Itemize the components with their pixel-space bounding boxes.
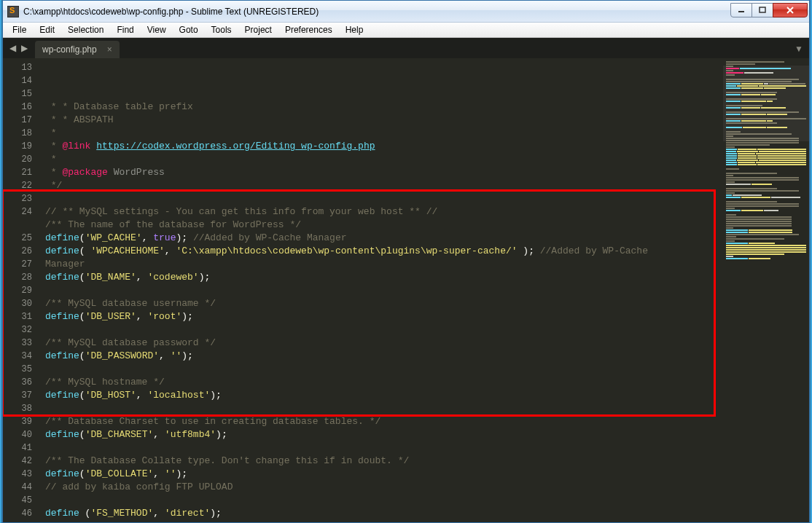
minimap-line xyxy=(726,177,806,178)
minimap-line xyxy=(726,162,806,163)
menu-selection[interactable]: Selection xyxy=(61,23,110,36)
tab-active[interactable]: wp-config.php × xyxy=(35,41,120,58)
minimap-line xyxy=(726,223,806,224)
code-line[interactable]: // ** MySQL settings - You can get this … xyxy=(45,205,723,219)
code-line[interactable] xyxy=(45,323,723,337)
tab-nav-back[interactable]: ◀ xyxy=(7,43,17,53)
code-line[interactable] xyxy=(45,192,723,205)
code-line[interactable]: define( 'WPCACHEHOME', 'C:\xampp\htdocs\… xyxy=(45,245,723,258)
menu-file[interactable]: File xyxy=(6,23,33,36)
code-line[interactable]: * @link https://codex.wordpress.org/Edit… xyxy=(45,140,723,153)
code-line[interactable]: define('DB_CHARSET', 'utf8mb4'); xyxy=(45,428,723,441)
minimap-line xyxy=(726,199,806,200)
code-line[interactable] xyxy=(45,284,723,297)
menu-project[interactable]: Project xyxy=(238,23,278,36)
code-line[interactable]: * * ABSPATH xyxy=(45,114,723,127)
menu-edit[interactable]: Edit xyxy=(33,23,61,36)
line-number: 37 xyxy=(3,389,32,402)
code-line[interactable]: /** MySQL hostname */ xyxy=(45,376,723,389)
line-number: 19 xyxy=(3,140,32,153)
code-line[interactable]: /** Database Charset to use in creating … xyxy=(45,415,723,428)
code-line[interactable] xyxy=(45,494,723,507)
minimap-line xyxy=(726,208,806,209)
menu-preferences[interactable]: Preferences xyxy=(278,23,339,36)
minimap-line xyxy=(726,232,806,233)
minimap-line xyxy=(726,214,806,216)
code-line[interactable] xyxy=(45,363,723,376)
line-number: 41 xyxy=(3,441,32,455)
minimap-line xyxy=(726,166,806,168)
line-number: 40 xyxy=(3,428,32,441)
code-line[interactable]: * * Database table prefix xyxy=(45,101,723,114)
line-number: 36 xyxy=(3,376,32,389)
tab-label: wp-config.php xyxy=(42,44,97,55)
minimap-line xyxy=(726,245,806,246)
line-number: 20 xyxy=(3,153,32,166)
code-line[interactable]: define('WP_CACHE', true); //Added by WP-… xyxy=(45,232,723,245)
window-title: C:\xampp\htdocs\codeweb\wp-config.php - … xyxy=(23,7,731,17)
minimap-line xyxy=(726,190,806,192)
minimap-line xyxy=(726,144,806,146)
line-number: 45 xyxy=(3,494,32,507)
menu-help[interactable]: Help xyxy=(339,23,370,36)
menu-goto[interactable]: Goto xyxy=(173,23,205,36)
code-line[interactable]: define('DB_PASSWORD', ''); xyxy=(45,350,723,363)
code-line[interactable]: define('DB_NAME', 'codeweb'); xyxy=(45,271,723,284)
minimap-line xyxy=(726,205,806,207)
minimize-button[interactable] xyxy=(730,3,752,17)
code-line[interactable]: /** The name of the database for WordPre… xyxy=(45,219,723,232)
tab-nav-forward[interactable]: ▶ xyxy=(19,43,29,53)
code-line[interactable]: */ xyxy=(45,179,723,192)
code-line[interactable]: define('DB_USER', 'root'); xyxy=(45,310,723,323)
minimap-line xyxy=(726,192,806,194)
line-number: 34 xyxy=(3,350,32,363)
code-line[interactable]: * xyxy=(45,153,723,166)
minimap-line xyxy=(726,181,806,183)
code-line[interactable]: define ('FS_METHOD', 'direct'); xyxy=(45,507,723,520)
line-number: 24 xyxy=(3,205,32,219)
minimap-line xyxy=(726,243,806,244)
maximize-button[interactable] xyxy=(752,3,773,17)
close-button[interactable] xyxy=(773,3,808,17)
code-line[interactable]: /** MySQL database password */ xyxy=(45,337,723,350)
code-line[interactable]: * @package WordPress xyxy=(45,166,723,179)
minimap-line xyxy=(726,61,806,63)
code-line[interactable]: /** The Database Collate type. Don't cha… xyxy=(45,455,723,468)
code-line[interactable]: /** MySQL database username */ xyxy=(45,297,723,310)
editor[interactable]: 1314151617181920212223242526272829303132… xyxy=(3,58,723,522)
code-line[interactable] xyxy=(45,441,723,455)
minimap-line xyxy=(726,221,806,222)
tab-close-icon[interactable]: × xyxy=(107,44,112,55)
minimap-line xyxy=(726,164,806,165)
line-number: 27 xyxy=(3,258,32,271)
menu-tools[interactable]: Tools xyxy=(205,23,238,36)
code-line[interactable]: define('DB_HOST', 'localhost'); xyxy=(45,389,723,402)
tabbar-dropdown-icon[interactable]: ▼ xyxy=(795,44,803,54)
menu-find[interactable]: Find xyxy=(110,23,140,36)
code-line[interactable]: // add by kaiba config FTP UPLOAD xyxy=(45,481,723,494)
line-number: 44 xyxy=(3,481,32,494)
code[interactable]: * * Database table prefix * * ABSPATH * … xyxy=(38,58,723,522)
line-number: 32 xyxy=(3,323,32,337)
app-window: C:\xampp\htdocs\codeweb\wp-config.php - … xyxy=(2,0,810,523)
minimap-line xyxy=(726,157,806,159)
code-line[interactable] xyxy=(45,520,723,522)
minimap-line xyxy=(726,251,806,253)
titlebar[interactable]: C:\xampp\htdocs\codeweb\wp-config.php - … xyxy=(3,1,809,23)
minimap-line xyxy=(726,170,806,172)
line-number: 21 xyxy=(3,166,32,179)
line-number: 35 xyxy=(3,363,32,376)
minimap[interactable] xyxy=(723,58,809,522)
code-line[interactable]: define('DB_COLLATE', ''); xyxy=(45,468,723,481)
window-buttons xyxy=(731,3,808,17)
menu-view[interactable]: View xyxy=(141,23,173,36)
code-line[interactable] xyxy=(45,402,723,415)
code-line-wrap[interactable]: Manager xyxy=(45,258,723,271)
code-line[interactable]: * xyxy=(45,127,723,140)
line-number: 23 xyxy=(3,192,32,205)
minimap-line xyxy=(726,203,806,205)
minimap-line xyxy=(726,247,806,248)
minimap-viewport[interactable] xyxy=(723,66,809,141)
minimap-line xyxy=(726,234,806,235)
minimap-line xyxy=(726,216,806,218)
